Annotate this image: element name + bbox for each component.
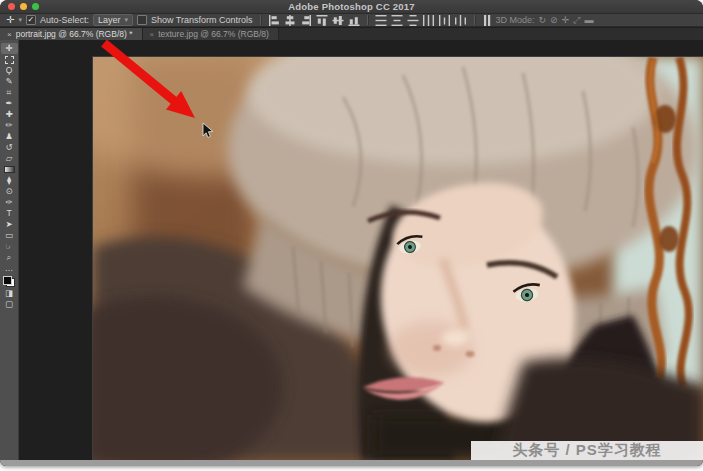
chevron-down-icon: ▾ xyxy=(124,16,128,24)
dodge-icon: ⊙ xyxy=(5,187,12,196)
lasso-tool[interactable]: Ϙ xyxy=(1,65,18,76)
crop-icon: ⌗ xyxy=(7,88,12,97)
history-brush-tool[interactable]: ↺ xyxy=(1,142,18,153)
blur-tool[interactable]: ⧫ xyxy=(1,175,18,186)
show-transform-controls-label: Show Transform Controls xyxy=(151,15,253,25)
clone-stamp-tool[interactable]: ♟ xyxy=(1,131,18,142)
watermark-text: 头条号 / PS学习教程 xyxy=(512,441,662,460)
ellipsis-icon: … xyxy=(5,264,14,273)
watermark-band: 头条号 / PS学习教程 xyxy=(471,441,703,460)
align-horizontal-centers-icon[interactable] xyxy=(284,15,296,26)
move-tool-icon: ✛ xyxy=(5,44,12,53)
path-selection-tool[interactable]: ➤ xyxy=(1,219,18,230)
foreground-color-swatch[interactable] xyxy=(3,276,12,285)
distribute-bottom-edges-icon[interactable] xyxy=(407,15,419,26)
options-separator xyxy=(367,15,368,25)
align-top-edges-icon[interactable] xyxy=(316,15,328,26)
close-icon[interactable]: × xyxy=(7,30,12,39)
options-separator xyxy=(474,15,475,25)
align-bottom-edges-icon[interactable] xyxy=(348,15,360,26)
zoom-icon: ⌕ xyxy=(7,253,12,262)
options-separator xyxy=(260,15,261,25)
clone-stamp-icon: ♟ xyxy=(5,132,13,141)
portrait-photo[interactable]: 头条号 / PS学习教程 xyxy=(93,57,703,460)
gradient-tool[interactable] xyxy=(1,164,18,175)
eyedropper-icon: ✒ xyxy=(5,99,12,108)
document-tab-bar: × portrait.jpg @ 66.7% (RGB/8) * × textu… xyxy=(0,28,703,40)
type-icon: T xyxy=(6,209,11,218)
title-bar: Adobe Photoshop CC 2017 xyxy=(0,0,703,14)
3d-scale-icon[interactable]: ▬ xyxy=(584,15,593,25)
distribute-top-edges-icon[interactable] xyxy=(375,15,387,26)
auto-select-target-value: Layer xyxy=(98,15,121,25)
distribute-vertical-centers-icon[interactable] xyxy=(391,15,403,26)
portrait-photo-art xyxy=(93,57,703,460)
photoshop-window: Adobe Photoshop CC 2017 ✛ ▾ Auto-Select:… xyxy=(0,0,703,466)
color-swatches-icon xyxy=(3,276,15,287)
rectangle-tool[interactable]: ▭ xyxy=(1,230,18,241)
auto-select-target-dropdown[interactable]: Layer ▾ xyxy=(93,14,133,26)
move-tool[interactable]: ✛ xyxy=(1,43,18,54)
crop-tool[interactable]: ⌗ xyxy=(1,87,18,98)
align-left-edges-icon[interactable] xyxy=(268,15,280,26)
edit-toolbar-button[interactable]: … xyxy=(1,263,18,274)
blur-drop-icon: ⧫ xyxy=(7,176,11,185)
move-tool-icon: ✛ xyxy=(6,15,14,25)
3d-orbit-icon[interactable]: ↻ xyxy=(539,15,547,25)
quick-mask-button[interactable]: ◨ xyxy=(1,288,18,299)
distribute-spacing-icon[interactable] xyxy=(482,15,492,26)
options-bar: ✛ ▾ Auto-Select: Layer ▾ Show Transform … xyxy=(0,14,703,27)
hand-icon: ☞ xyxy=(5,242,13,251)
type-tool[interactable]: T xyxy=(1,208,18,219)
document-canvas[interactable]: 头条号 / PS学习教程 xyxy=(19,40,703,460)
marquee-icon xyxy=(5,56,14,64)
pen-tool[interactable]: ✑ xyxy=(1,197,18,208)
quick-selection-icon: ✎ xyxy=(5,77,12,86)
distribute-horizontal-centers-icon[interactable] xyxy=(439,15,451,26)
rectangular-marquee-tool[interactable] xyxy=(1,54,18,65)
align-vertical-centers-icon[interactable] xyxy=(332,15,344,26)
3d-slide-icon[interactable]: ⤢ xyxy=(573,15,580,26)
screen-mode-icon: ▢ xyxy=(5,300,13,309)
auto-select-label: Auto-Select: xyxy=(40,15,89,25)
lasso-icon: Ϙ xyxy=(6,66,13,75)
eraser-tool[interactable]: ▱ xyxy=(1,153,18,164)
brush-icon: ✏ xyxy=(5,121,12,130)
tab-label: texture.jpg @ 66.7% (RGB/8) xyxy=(158,29,269,39)
path-selection-icon: ➤ xyxy=(5,220,12,229)
align-right-edges-icon[interactable] xyxy=(300,15,312,26)
tab-texture-jpg[interactable]: × texture.jpg @ 66.7% (RGB/8) xyxy=(143,28,279,40)
photoshop-screenshot: Adobe Photoshop CC 2017 ✛ ▾ Auto-Select:… xyxy=(0,0,703,471)
3d-pan-icon[interactable]: ✛ xyxy=(562,15,570,25)
rectangle-icon: ▭ xyxy=(5,231,13,240)
foreground-background-swatches[interactable] xyxy=(1,274,18,288)
3d-mode-label: 3D Mode: xyxy=(496,15,535,25)
close-icon[interactable]: × xyxy=(150,30,155,39)
history-brush-icon: ↺ xyxy=(5,143,12,152)
main-area: ✛ Ϙ ✎ ⌗ ✒ ✚ ✏ ♟ ↺ ▱ ⧫ ⊙ ✑ T ➤ ▭ ☞ ⌕ … xyxy=(0,40,703,460)
eyedropper-tool[interactable]: ✒ xyxy=(1,98,18,109)
pen-icon: ✑ xyxy=(5,198,12,207)
zoom-tool[interactable]: ⌕ xyxy=(1,252,18,263)
tab-portrait-jpg[interactable]: × portrait.jpg @ 66.7% (RGB/8) * xyxy=(0,28,143,40)
auto-select-checkbox[interactable] xyxy=(26,15,36,25)
quick-mask-icon: ◨ xyxy=(5,289,13,298)
3d-roll-icon[interactable]: ⊘ xyxy=(550,15,558,25)
distribute-right-edges-icon[interactable] xyxy=(455,15,467,26)
quick-selection-tool[interactable]: ✎ xyxy=(1,76,18,87)
gradient-icon xyxy=(4,166,15,173)
tab-label: portrait.jpg @ 66.7% (RGB/8) * xyxy=(16,29,133,39)
brush-tool[interactable]: ✏ xyxy=(1,120,18,131)
hand-tool[interactable]: ☞ xyxy=(1,241,18,252)
distribute-left-edges-icon[interactable] xyxy=(423,15,435,26)
dodge-tool[interactable]: ⊙ xyxy=(1,186,18,197)
window-bottom-edge xyxy=(0,460,703,466)
screen-mode-button[interactable]: ▢ xyxy=(1,299,18,310)
tools-panel: ✛ Ϙ ✎ ⌗ ✒ ✚ ✏ ♟ ↺ ▱ ⧫ ⊙ ✑ T ➤ ▭ ☞ ⌕ … xyxy=(0,40,19,460)
show-transform-controls-checkbox[interactable] xyxy=(137,15,147,25)
eraser-icon: ▱ xyxy=(6,154,13,163)
spot-healing-brush-tool[interactable]: ✚ xyxy=(1,109,18,120)
healing-brush-icon: ✚ xyxy=(5,110,12,119)
tool-preset-chevron-icon[interactable]: ▾ xyxy=(18,16,22,24)
app-title: Adobe Photoshop CC 2017 xyxy=(0,1,703,12)
